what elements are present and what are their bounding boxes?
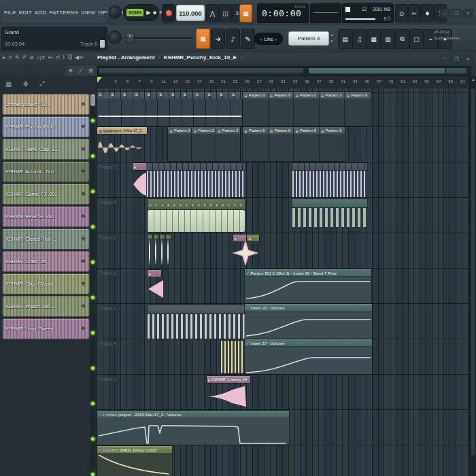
picker-item[interactable]: KSHMR_Long_Sweep✥ — [2, 318, 90, 339]
mini-clip-menu-icon[interactable]: ≡ — [146, 92, 158, 99]
hat-clip-play-icon[interactable]: ▸ — [166, 203, 172, 207]
pattern-clip[interactable]: ≡Pattern 9 — [345, 92, 371, 126]
hat-clip-play-icon[interactable]: ▸ — [190, 203, 196, 207]
hat-clip-play-icon[interactable]: ▸ — [177, 203, 184, 207]
picker-item[interactable]: KSHMR_Reverse_Voc...✥ — [2, 206, 90, 227]
track-led[interactable] — [91, 473, 95, 476]
picker-item[interactable]: KSHMR_Clap_Classic...✥ — [2, 273, 90, 294]
track6-automation[interactable]: ⟋Param: EQ 2 (Slot 3) - Insert 20 - Band… — [245, 269, 371, 303]
pattern-clip[interactable]: ≡Pattern 2 — [168, 127, 192, 161]
menu-edit[interactable]: EDIT — [19, 10, 32, 16]
menu-patterns[interactable]: PATTERNS — [49, 10, 78, 16]
clip-menu-icon[interactable]: ≡ — [193, 129, 197, 133]
breadcrumb-selection[interactable]: KSHMR_Punchy_Kick_10_E — [164, 54, 237, 61]
song-mode-button[interactable]: SONG — [126, 9, 143, 16]
mini-clip-menu-icon[interactable]: ≡ — [158, 92, 170, 99]
master-volume-handle[interactable] — [126, 33, 135, 44]
drag-handle-icon[interactable]: ✥ — [81, 281, 89, 287]
pattern-clip[interactable]: ≡Pattern 3 — [243, 92, 269, 126]
drag-handle-icon[interactable]: ✥ — [81, 101, 89, 107]
track-led[interactable] — [91, 402, 95, 405]
play-button[interactable]: ▶ — [146, 10, 150, 16]
time-display[interactable]: 0:00:00 M:S:CS — [257, 3, 309, 23]
menu-file[interactable]: FILE — [4, 10, 16, 16]
slide-tool-icon[interactable]: ↔ — [48, 54, 53, 61]
drag-handle-icon[interactable]: ✥ — [81, 214, 89, 220]
headphones-icon[interactable]: ∩ — [8, 54, 12, 61]
track-name-label[interactable]: Track 8 — [99, 341, 116, 347]
piano-roll-window-button[interactable]: ♫ — [352, 29, 367, 49]
record-button[interactable] — [162, 4, 175, 22]
stop-button[interactable]: ■ — [153, 10, 156, 16]
track10-automation[interactable]: ⟋Untitled project - 2019-Mar-27_2 - Volu… — [97, 411, 289, 445]
crash-clip[interactable] — [154, 235, 158, 267]
audio-clip-header[interactable]: ▸ — [133, 163, 147, 170]
picker-move-icon[interactable]: ✥ — [22, 80, 28, 88]
menu-view[interactable]: VIEW — [81, 10, 95, 16]
hat-clip-play-icon[interactable]: ▸ — [238, 203, 244, 207]
tempo-display[interactable]: 110.000 — [176, 5, 205, 21]
playlist-minimize-button[interactable]: − — [440, 54, 450, 63]
drag-handle-icon[interactable]: ✥ — [81, 169, 89, 175]
picker-item[interactable]: KSHMR_Acoustic_Dru...✥ — [2, 161, 90, 182]
picker-item[interactable]: KSHMR_Punchy_Kick...✥ — [2, 116, 90, 137]
pattern-clip[interactable]: ≡Pattern 9 — [269, 92, 294, 126]
clip-menu-icon[interactable]: ≡ — [270, 93, 273, 98]
clip-menu-icon[interactable]: ≡ — [295, 129, 299, 133]
timeline-ruler[interactable]: 3579111315171921232527293133353739414345… — [97, 76, 469, 89]
pattern-clip[interactable]: ≡Pattern 5 — [269, 127, 294, 161]
pattern-spinner[interactable]: ▲▼ — [329, 31, 335, 44]
picker-line-icon[interactable]: ⤢ — [39, 80, 45, 88]
hat-clip-play-icon[interactable]: ▸ — [184, 203, 190, 207]
clip-menu-icon[interactable]: ≡ — [295, 93, 299, 98]
mini-clip-menu-icon[interactable]: ≡ — [206, 92, 218, 99]
clip-menu-icon[interactable]: ≡ — [321, 93, 324, 98]
draw-tab-icon[interactable]: ✥ — [69, 68, 73, 73]
browser-window-button[interactable]: ⧉ — [395, 29, 409, 49]
picker-scrollbar[interactable] — [90, 92, 95, 473]
pattern-clip[interactable]: ≡Pattern 3 — [320, 92, 345, 126]
track-led[interactable] — [91, 225, 95, 228]
sweep-audio-clip[interactable]: ▸KSHMR_L.weep_04 — [207, 376, 250, 409]
mini-clip-menu-icon[interactable]: ≡ — [194, 92, 206, 99]
track-name-label[interactable]: Track 11 — [99, 447, 118, 453]
channel-rack-button[interactable]: ▦ — [196, 29, 210, 49]
hat-clip-play-icon[interactable]: ▸ — [154, 203, 160, 207]
track-led[interactable] — [91, 119, 95, 122]
slip-edit-icon[interactable]: ✎ — [15, 54, 20, 61]
pattern-clip[interactable]: ≡Pattern 5 — [294, 127, 320, 161]
picker-scroll-handle[interactable] — [90, 94, 95, 106]
minimize-button[interactable]: − — [440, 9, 450, 18]
track-name-label[interactable]: Track 10 — [99, 411, 119, 418]
mixer-window-button[interactable]: ▥ — [381, 29, 395, 49]
menu-add[interactable]: ADD — [35, 10, 47, 16]
hat-clip-play-icon[interactable]: ▸ — [232, 203, 238, 207]
clip-menu-icon[interactable]: ≡ — [218, 129, 221, 133]
breadcrumb-arrangement[interactable]: Playlist - Arrangement — [97, 54, 155, 61]
snap-magnet-icon[interactable]: ⊓ — [56, 54, 60, 61]
pattern-selector[interactable]: Pattern 3 — [288, 31, 329, 46]
delete-tool-icon[interactable]: ⊘ — [29, 54, 34, 61]
menu-arrow-icon[interactable]: ▸ — [3, 54, 5, 61]
hat-clip-play-icon[interactable]: ▸ — [148, 203, 154, 207]
channel-rack-window-button[interactable]: ▦ — [367, 29, 381, 49]
metronome-button[interactable]: ⋀ — [206, 4, 219, 22]
picker-item[interactable]: KSHMR_Game_FX_10...✥ — [2, 184, 90, 205]
clip-menu-icon[interactable]: ≡ — [169, 129, 173, 133]
typing-keyboard-button[interactable]: ♪ — [226, 29, 240, 49]
clip-menu-icon[interactable]: ≡ — [321, 129, 324, 133]
hat-clip-play-icon[interactable]: ▸ — [214, 203, 220, 207]
snap-selector[interactable]: ◂ Line ▸ — [254, 33, 283, 45]
track-name-label[interactable]: Track 4 — [99, 199, 116, 205]
playlist-close-button[interactable]: × — [463, 54, 473, 63]
hat-clip-play-icon[interactable]: ▸ — [172, 203, 178, 207]
hat-clip-play-icon[interactable]: ▸ — [160, 203, 166, 207]
mic-monitor-button[interactable]: ♦ — [421, 4, 434, 22]
hat-clip-play-icon[interactable]: ▸ — [208, 203, 214, 207]
hat-clip-play-icon[interactable]: ▸ — [226, 203, 233, 207]
crash-clip[interactable] — [166, 235, 171, 267]
picker-item[interactable]: Untitled project - 20...✥ — [2, 94, 90, 115]
mini-clip-menu-icon[interactable]: ≡ — [133, 92, 146, 99]
track-name-label[interactable]: Track 6 — [99, 270, 116, 276]
crash-clip[interactable] — [160, 235, 165, 267]
